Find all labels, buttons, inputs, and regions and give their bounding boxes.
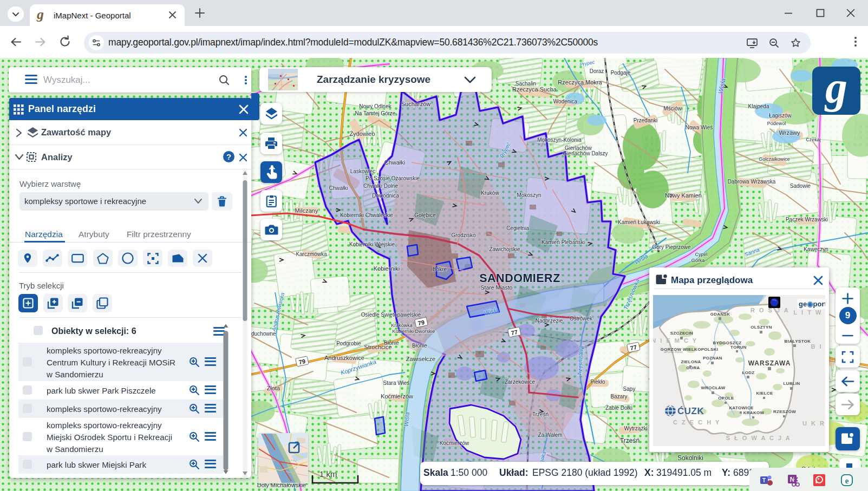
- svg-text:Podewol: Podewol: [767, 121, 786, 126]
- svg-text:Kruków: Kruków: [481, 190, 499, 196]
- svg-text:Golczaikowice: Golczaikowice: [759, 156, 790, 162]
- svg-text:Nowy Kamień: Nowy Kamień: [665, 192, 702, 199]
- svg-text:Klajpeda: Klajpeda: [748, 103, 769, 109]
- svg-text:Mokoszyn-Kolonia: Mokoszyn-Kolonia: [537, 137, 582, 143]
- svg-text:ZIELONA: ZIELONA: [681, 359, 701, 364]
- svg-text:POZNAN: POZNAN: [703, 356, 722, 361]
- svg-text:Milczany: Milczany: [295, 207, 318, 214]
- svg-text:1 km: 1 km: [319, 469, 337, 479]
- svg-text:Chwałki: Chwałki: [329, 185, 348, 191]
- svg-text:OLSZTYN: OLSZTYN: [750, 325, 772, 330]
- svg-text:Piekło: Piekło: [590, 379, 605, 385]
- svg-text:Chwałki Dolne: Chwałki Dolne: [363, 183, 398, 189]
- svg-text:Pączek Wrzawski: Pączek Wrzawski: [786, 217, 828, 222]
- svg-text:Nowa Wieś: Nowa Wieś: [686, 125, 713, 130]
- svg-text:77: 77: [630, 344, 637, 351]
- svg-text:Wisła: Wisła: [403, 412, 410, 427]
- svg-text:C Z E C H Y: C Z E C H Y: [673, 419, 721, 425]
- svg-text:BIAŁYSTOK: BIAŁYSTOK: [785, 339, 811, 344]
- svg-text:Sachalin: Sachalin: [515, 81, 536, 87]
- svg-text:Trześń: Trześń: [532, 411, 549, 417]
- svg-text:Rzeczyca Sucha: Rzeczyca Sucha: [512, 86, 557, 93]
- svg-text:N I E M C Y: N I E M C Y: [653, 337, 698, 344]
- svg-text:Gierlachów Dalszy: Gierlachów Dalszy: [563, 150, 608, 156]
- svg-text:U K R A: U K R A: [802, 420, 825, 427]
- svg-text:Kobierniki Wiejskie: Kobierniki Wiejskie: [349, 241, 395, 247]
- svg-text:Nadbrzezie: Nadbrzezie: [536, 318, 563, 324]
- svg-text:TORUN: TORUN: [730, 345, 747, 350]
- svg-text:Czekaj: Czekaj: [806, 137, 821, 142]
- svg-text:Sadowie: Sadowie: [790, 183, 811, 189]
- svg-text:Wytrzążki: Wytrzążki: [624, 425, 647, 431]
- svg-text:Grodzisko: Grodzisko: [451, 232, 475, 238]
- svg-text:Kobierniki Chwaleckie: Kobierniki Chwaleckie: [340, 212, 393, 218]
- svg-text:Andruszkowice: Andruszkowice: [324, 355, 364, 361]
- svg-text:L I T W A: L I T W A: [794, 309, 825, 316]
- svg-text:Łagiszów: Łagiszów: [769, 113, 792, 119]
- svg-text:Podgrobie: Podgrobie: [336, 341, 361, 346]
- svg-text:ĆUZK: ĆUZK: [677, 406, 704, 416]
- svg-text:RZESZÓW: RZESZÓW: [773, 409, 796, 414]
- svg-text:LUBLIN: LUBLIN: [783, 381, 800, 386]
- svg-text:Sucharzów: Sucharzów: [401, 101, 430, 107]
- svg-text:Stara Wieś: Stara Wieś: [383, 380, 410, 386]
- svg-text:Wodenica: Wodenica: [553, 99, 578, 104]
- svg-text:KIELCE: KIELCE: [756, 391, 773, 396]
- svg-text:Koćmierzów: Koćmierzów: [440, 440, 469, 446]
- svg-text:Krakówka: Krakówka: [391, 323, 413, 328]
- svg-text:KRAKOW: KRAKOW: [743, 410, 765, 415]
- svg-text:Dąbrowa Wrzawska: Dąbrowa Wrzawska: [728, 179, 776, 185]
- svg-text:Bokre: Bokre: [433, 266, 447, 272]
- svg-text:Ostrówek: Ostrówek: [570, 316, 593, 322]
- svg-text:Błonie: Błonie: [412, 343, 427, 349]
- svg-text:Doraz: Doraz: [590, 68, 604, 74]
- svg-text:Stare Miasto: Stare Miasto: [481, 284, 513, 291]
- svg-text:ŁODZ: ŁODZ: [742, 370, 755, 375]
- svg-text:KATOWICE: KATOWICE: [729, 405, 754, 410]
- svg-text:SANDOMIERZ: SANDOMIERZ: [479, 272, 560, 285]
- svg-text:Dowodnica: Dowodnica: [372, 193, 399, 199]
- svg-text:Kamień Plebański: Kamień Plebański: [541, 239, 585, 245]
- svg-text:77: 77: [511, 329, 518, 336]
- svg-text:Gołębice: Gołębice: [414, 212, 436, 218]
- svg-text:Żabie Dołki: Żabie Dołki: [605, 404, 632, 411]
- svg-text:GORA: GORA: [686, 365, 700, 370]
- svg-text:Cypel: Cypel: [695, 252, 707, 257]
- svg-text:Złota: Złota: [267, 385, 280, 391]
- svg-text:Nowy Odinek: Nowy Odinek: [359, 103, 391, 109]
- svg-text:Góry Pieprzowe: Góry Pieprzowe: [652, 244, 691, 250]
- svg-text:Mokoszyn: Mokoszyn: [517, 192, 541, 198]
- svg-text:Sokolniki: Sokolniki: [677, 454, 703, 462]
- svg-text:Na Tamtej Górze: Na Tamtej Górze: [355, 110, 396, 116]
- svg-text:Górka: Górka: [691, 258, 705, 263]
- svg-text:Strochcice: Strochcice: [364, 344, 391, 350]
- svg-text:Rzeczyca Mokra: Rzeczyca Mokra: [558, 79, 602, 86]
- svg-text:Zarzekowice: Zarzekowice: [505, 379, 536, 385]
- svg-text:Podgaje: Podgaje: [611, 70, 631, 76]
- svg-text:SZCZECIN: SZCZECIN: [670, 331, 693, 336]
- svg-text:B I A: B I A: [811, 343, 825, 350]
- svg-text:WROCŁAW: WROCŁAW: [701, 385, 725, 390]
- svg-text:Kobierniki: Kobierniki: [374, 265, 400, 272]
- svg-text:e: e: [845, 476, 849, 485]
- svg-text:Kawęczyn: Kawęczyn: [804, 246, 828, 252]
- svg-text:Mściów: Mściów: [663, 106, 682, 112]
- svg-text:aPortal.Bund: aPortal.Bund: [664, 350, 683, 353]
- svg-text:Kobierniki Dworskie: Kobierniki Dworskie: [392, 329, 435, 334]
- svg-text:Za Wałem: Za Wałem: [538, 432, 562, 438]
- svg-text:Zawichojskie: Zawichojskie: [489, 246, 520, 252]
- svg-text:Po Szosie Ożarowskie: Po Szosie Ożarowskie: [366, 175, 420, 181]
- svg-text:Trześń: Trześń: [620, 437, 639, 444]
- svg-text:79: 79: [298, 358, 306, 365]
- svg-text:79: 79: [417, 319, 425, 326]
- svg-text:OPOLE: OPOLE: [718, 396, 734, 401]
- svg-text:N: N: [790, 476, 795, 483]
- svg-text:GDANSK: GDANSK: [710, 312, 730, 317]
- svg-text:Osiedle Świętopawelskie: Osiedle Świętopawelskie: [361, 311, 421, 318]
- svg-text:S Ł O W A C J A: S Ł O W A C J A: [726, 435, 792, 441]
- svg-text:Sapy: Sapy: [623, 386, 636, 392]
- svg-text:WARSZAWA: WARSZAWA: [748, 359, 791, 367]
- svg-text:Przedanki: Przedanki: [634, 117, 657, 123]
- svg-text:ge◉porta: ge◉porta: [799, 300, 825, 308]
- svg-text:Laskowiec: Laskowiec: [350, 168, 376, 174]
